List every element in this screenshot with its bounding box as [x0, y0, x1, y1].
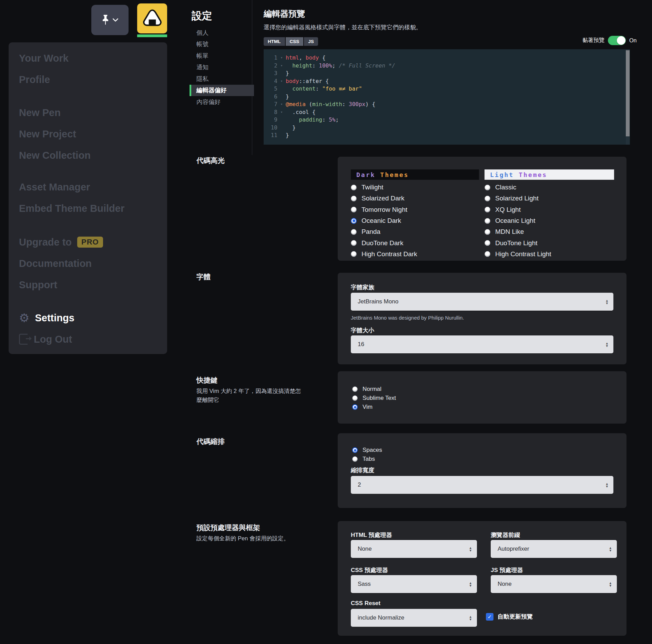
dark-theme-radio[interactable] [351, 251, 357, 257]
editor-scrollbar-thumb[interactable] [626, 50, 630, 136]
indent-width-value: 2 [358, 481, 361, 488]
dark-theme-option-solarized-dark[interactable]: Solarized Dark [351, 193, 479, 204]
menu-item-profile[interactable]: Profile [9, 69, 167, 90]
user-avatar[interactable] [137, 3, 167, 33]
dark-theme-option-duotone-dark[interactable]: DuoTone Dark [351, 237, 479, 248]
menu-item-label: Embed Theme Builder [19, 203, 124, 214]
settings-nav-item-通知[interactable]: 通知 [190, 62, 254, 73]
keybinding-radio[interactable] [352, 404, 358, 410]
menu-item-settings[interactable]: ⚙Settings [9, 307, 167, 329]
menu-item-upgrade-to[interactable]: Upgrade toPRO [9, 231, 167, 253]
dark-theme-option-label: Oceanic Dark [361, 217, 401, 225]
menu-item-documentation[interactable]: Documentation [9, 253, 167, 274]
dark-theme-option-label: Panda [361, 228, 380, 236]
light-theme-radio[interactable] [485, 240, 490, 246]
font-family-note: JetBrains Mono was designed by Philipp N… [351, 315, 464, 321]
keybinding-option-sublime-text[interactable]: Sublime Text [352, 394, 396, 403]
light-theme-radio[interactable] [485, 218, 490, 224]
font-size-select[interactable]: 16 ▴▾ [351, 335, 613, 353]
menu-item-new-collection[interactable]: New Collection [9, 145, 167, 166]
menu-item-asset-manager[interactable]: Asset Manager [9, 176, 167, 198]
indentation-radio[interactable] [352, 456, 358, 462]
chevron-down-icon [112, 17, 119, 23]
light-theme-radio[interactable] [485, 229, 490, 235]
menu-item-your-work[interactable]: Your Work [9, 48, 167, 69]
light-theme-option-solarized-light[interactable]: Solarized Light [485, 193, 614, 204]
sticky-preview-toggle[interactable] [608, 36, 626, 45]
light-theme-radio[interactable] [485, 207, 490, 212]
keybinding-option-label: Vim [363, 404, 373, 411]
code-editor-preview[interactable]: 1▾html, body {2▾ height: 100%; /* Full S… [264, 49, 630, 145]
light-themes-column: Light Themes ClassicSolarized LightXQ Li… [485, 169, 614, 260]
settings-nav-item-帳號[interactable]: 帳號 [190, 39, 254, 50]
dark-theme-radio[interactable] [351, 240, 357, 246]
light-theme-option-oceanic-light[interactable]: Oceanic Light [485, 215, 614, 226]
dark-theme-radio[interactable] [351, 185, 357, 190]
token: : [342, 101, 349, 107]
settings-nav-item-個人[interactable]: 個人 [190, 27, 254, 39]
tab-js[interactable]: JS [304, 37, 318, 46]
token: } [286, 124, 296, 131]
menu-item-new-project[interactable]: New Project [9, 123, 167, 145]
keybinding-option-label: Sublime Text [363, 395, 396, 402]
indentation-radio[interactable] [352, 447, 358, 453]
dark-theme-radio[interactable] [351, 207, 357, 212]
light-theme-option-duotone-light[interactable]: DuoTone Light [485, 237, 614, 248]
indentation-option-spaces[interactable]: Spaces [352, 446, 382, 455]
settings-nav-item-隱私[interactable]: 隱私 [190, 73, 254, 85]
menu-item-new-pen[interactable]: New Pen [9, 102, 167, 123]
light-theme-option-mdn-like[interactable]: MDN Like [485, 226, 614, 237]
autoprefixer-select[interactable]: Autoprefixer ▴▾ [491, 540, 617, 558]
line-number: 2 [264, 62, 277, 70]
auto-update-checkbox[interactable]: ✓ [486, 613, 493, 621]
fold-gutter [277, 116, 286, 124]
indentation-option-label: Tabs [363, 456, 375, 463]
light-theme-radio[interactable] [485, 196, 490, 201]
page-subtitle: 選擇您的編輯器風格樣式與字體，並在底下預覽它們的樣貌。 [264, 23, 422, 31]
token: content [292, 85, 315, 92]
dark-theme-option-tomorrow-night[interactable]: Tomorrow Night [351, 204, 479, 215]
tab-html[interactable]: HTML [264, 37, 285, 46]
editor-scrollbar[interactable] [626, 49, 630, 145]
token: "foo ≡≠ bar" [322, 85, 362, 92]
dark-theme-radio[interactable] [351, 229, 357, 235]
menu-item-support[interactable]: Support [9, 274, 167, 295]
js-preprocessor-select[interactable]: None ▴▾ [491, 575, 617, 593]
light-theme-radio[interactable] [485, 251, 490, 257]
line-number: 7 [264, 101, 277, 108]
dark-theme-option-high-contrast-dark[interactable]: High Contrast Dark [351, 249, 479, 260]
settings-nav-item-內容偏好[interactable]: 內容偏好 [190, 96, 254, 108]
dark-theme-option-oceanic-dark[interactable]: Oceanic Dark [351, 215, 479, 226]
light-theme-option-xq-light[interactable]: XQ Light [485, 204, 614, 215]
settings-nav-item-編輯器偏好[interactable]: 編輯器偏好 [190, 85, 254, 96]
menu-item-label: Settings [35, 312, 74, 324]
css-reset-select[interactable]: include Normalize ▴▾ [351, 609, 477, 627]
settings-nav-item-帳單[interactable]: 帳單 [190, 50, 254, 62]
indentation-option-tabs[interactable]: Tabs [352, 455, 382, 464]
keybindings-desc: 我用 Vim 大約 2 年了，因為還沒搞清楚怎麼離開它 [196, 386, 304, 404]
code-line: 2▾ height: 100%; /* Full Screen */ [264, 62, 630, 70]
menu-item-embed-theme-builder[interactable]: Embed Theme Builder [9, 198, 167, 219]
dark-theme-option-panda[interactable]: Panda [351, 226, 479, 237]
fold-gutter [277, 132, 286, 139]
dark-theme-option-twilight[interactable]: Twilight [351, 182, 479, 193]
css-preprocessor-select[interactable]: Sass ▴▾ [351, 575, 477, 593]
keybinding-option-normal[interactable]: Normal [352, 385, 396, 394]
keybinding-radio[interactable] [352, 386, 358, 392]
toggle-knob[interactable] [617, 36, 625, 45]
auto-update-preview-control: ✓ 自動更新預覽 [486, 613, 533, 621]
html-preprocessor-select[interactable]: None ▴▾ [351, 540, 477, 558]
light-theme-option-classic[interactable]: Classic [485, 182, 614, 193]
keybinding-radio[interactable] [352, 395, 358, 401]
light-theme-radio[interactable] [485, 185, 490, 190]
dark-theme-radio[interactable] [351, 196, 357, 201]
keybinding-option-vim[interactable]: Vim [352, 403, 396, 412]
tab-css[interactable]: CSS [286, 37, 304, 46]
dark-theme-radio[interactable] [351, 218, 357, 224]
code-line: 1▾html, body { [264, 54, 630, 62]
menu-item-log-out[interactable]: Log Out [9, 329, 167, 350]
font-family-select[interactable]: JetBrains Mono ▴▾ [351, 293, 613, 311]
light-theme-option-high-contrast-light[interactable]: High Contrast Light [485, 249, 614, 260]
indent-width-select[interactable]: 2 ▴▾ [351, 476, 613, 494]
pin-dropdown-button[interactable] [91, 5, 129, 35]
